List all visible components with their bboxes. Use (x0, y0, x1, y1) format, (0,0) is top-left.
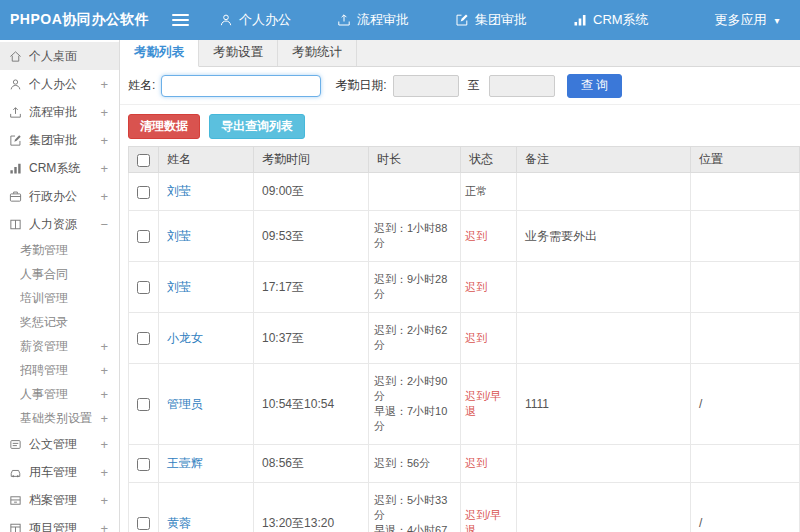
expand-toggle-icon[interactable]: + (100, 77, 108, 92)
tab[interactable]: 考勤统计 (278, 40, 357, 66)
nav-item[interactable]: 个人办公 (219, 11, 299, 29)
expand-toggle-icon[interactable]: + (100, 465, 108, 480)
nav-item[interactable]: 更多应用 ▾ (695, 11, 780, 29)
name-label: 姓名: (128, 77, 155, 94)
row-checkbox[interactable] (137, 332, 150, 345)
attendance-table-wrap: 姓名 考勤时间 时长 状态 备注 位置 刘莹 09:00至 正常 (128, 146, 800, 532)
employee-name-link[interactable]: 王壹辉 (167, 456, 203, 470)
sidebar-item[interactable]: 招聘管理 + (0, 358, 119, 382)
attendance-time: 13:20至13:20 (254, 483, 369, 532)
date-range-to-label: 至 (468, 77, 480, 94)
date-from-input[interactable] (393, 75, 459, 97)
date-to-input[interactable] (489, 75, 555, 97)
employee-name-link[interactable]: 刘莹 (167, 280, 191, 294)
sidebar-item[interactable]: 培训管理 (0, 286, 119, 310)
status-badge: 迟到 (461, 211, 517, 262)
attendance-table: 姓名 考勤时间 时长 状态 备注 位置 刘莹 09:00至 正常 (128, 146, 800, 532)
search-form: 姓名: 考勤日期: 至 查 询 (120, 67, 800, 105)
table-row: 刘莹 17:17至 迟到：9小时28分 迟到 (129, 262, 800, 313)
expand-toggle-icon[interactable]: + (100, 521, 108, 532)
sidebar-item[interactable]: 薪资管理 + (0, 334, 119, 358)
duration (369, 173, 461, 211)
status-badge: 迟到 (461, 262, 517, 313)
sidebar-item[interactable]: 行政办公 + (0, 182, 119, 210)
expand-toggle-icon[interactable]: + (100, 189, 108, 204)
tab[interactable]: 考勤列表 (120, 40, 199, 67)
row-checkbox[interactable] (137, 281, 150, 294)
expand-toggle-icon[interactable]: + (100, 161, 108, 176)
duration: 迟到：5小时33分 早退：4小时67分 (369, 483, 461, 532)
expand-toggle-icon[interactable]: + (100, 133, 108, 148)
sidebar-item[interactable]: 个人办公 + (0, 70, 119, 98)
sidebar-item[interactable]: 档案管理 + (0, 486, 119, 514)
row-checkbox[interactable] (137, 458, 150, 471)
sidebar-item-label: 用车管理 (29, 464, 100, 481)
sidebar-item[interactable]: 基础类别设置 + (0, 406, 119, 430)
employee-name-link[interactable]: 小龙女 (167, 331, 203, 345)
status-badge: 迟到 (461, 445, 517, 483)
sidebar-item[interactable]: 人力资源 − (0, 210, 119, 238)
sidebar-item[interactable]: CRM系统 + (0, 154, 119, 182)
expand-toggle-icon[interactable]: + (100, 437, 108, 452)
sidebar-item-label: 招聘管理 (20, 362, 100, 379)
sidebar-item[interactable]: 人事合同 (0, 262, 119, 286)
sidebar-item[interactable]: 流程审批 + (0, 98, 119, 126)
row-checkbox[interactable] (137, 517, 150, 530)
nav-item[interactable]: 流程审批 (337, 11, 417, 29)
sidebar-item-label: 薪资管理 (20, 338, 100, 355)
nav-item[interactable]: CRM系统 (573, 11, 657, 29)
col-header-time: 考勤时间 (254, 147, 369, 173)
attendance-time: 08:56至 (254, 445, 369, 483)
employee-name-link[interactable]: 黄蓉 (167, 516, 191, 530)
expand-toggle-icon[interactable]: + (100, 339, 108, 354)
flow-icon (337, 13, 351, 27)
sidebar-item-label: 基础类别设置 (20, 410, 100, 427)
flow-icon (9, 106, 22, 119)
status-badge: 迟到/早退 (461, 483, 517, 532)
expand-toggle-icon[interactable]: + (100, 411, 108, 426)
expand-toggle-icon[interactable]: − (100, 217, 108, 232)
sidebar-item[interactable]: 个人桌面 (0, 42, 119, 70)
expand-toggle-icon[interactable]: + (100, 363, 108, 378)
tab[interactable]: 考勤设置 (199, 40, 278, 66)
sidebar-item-label: 考勤管理 (20, 242, 108, 259)
sidebar-item[interactable]: 人事管理 + (0, 382, 119, 406)
action-buttons: 清理数据 导出查询列表 (120, 105, 800, 146)
export-list-button[interactable]: 导出查询列表 (209, 114, 305, 139)
sidebar-item[interactable]: 项目管理 + (0, 514, 119, 532)
location: / (691, 483, 800, 532)
query-button[interactable]: 查 询 (567, 74, 622, 98)
none-icon (695, 13, 709, 27)
expand-toggle-icon[interactable]: + (100, 387, 108, 402)
row-checkbox[interactable] (137, 398, 150, 411)
clean-data-button[interactable]: 清理数据 (128, 114, 200, 139)
sidebar-item-label: 个人办公 (29, 76, 100, 93)
sidebar-item[interactable]: 集团审批 + (0, 126, 119, 154)
row-checkbox[interactable] (137, 230, 150, 243)
employee-name-link[interactable]: 刘莹 (167, 184, 191, 198)
duration: 迟到：9小时28分 (369, 262, 461, 313)
nav-item[interactable]: 集团审批 (455, 11, 535, 29)
expand-toggle-icon[interactable]: + (100, 105, 108, 120)
sidebar-item[interactable]: 公文管理 + (0, 430, 119, 458)
col-header-remark: 备注 (517, 147, 691, 173)
sidebar-item[interactable]: 用车管理 + (0, 458, 119, 486)
nav-item-label: CRM系统 (593, 11, 649, 29)
hamburger-menu-icon[interactable] (172, 11, 189, 29)
employee-name-link[interactable]: 管理员 (167, 397, 203, 411)
duration: 迟到：2小时62分 (369, 313, 461, 364)
tab-bar: 考勤列表 考勤设置 考勤统计 (120, 40, 800, 67)
chevron-down-icon: ▾ (775, 15, 780, 26)
sidebar-item-label: 公文管理 (29, 436, 100, 453)
name-input[interactable] (161, 75, 321, 97)
select-all-checkbox[interactable] (137, 154, 150, 167)
expand-toggle-icon[interactable]: + (100, 493, 108, 508)
status-badge: 正常 (461, 173, 517, 211)
employee-name-link[interactable]: 刘莹 (167, 229, 191, 243)
sidebar-item[interactable]: 考勤管理 (0, 238, 119, 262)
location: / (691, 364, 800, 445)
row-checkbox[interactable] (137, 186, 150, 199)
table-row: 小龙女 10:37至 迟到：2小时62分 迟到 (129, 313, 800, 364)
sidebar-item[interactable]: 奖惩记录 (0, 310, 119, 334)
sidebar-item-label: 项目管理 (29, 520, 100, 532)
